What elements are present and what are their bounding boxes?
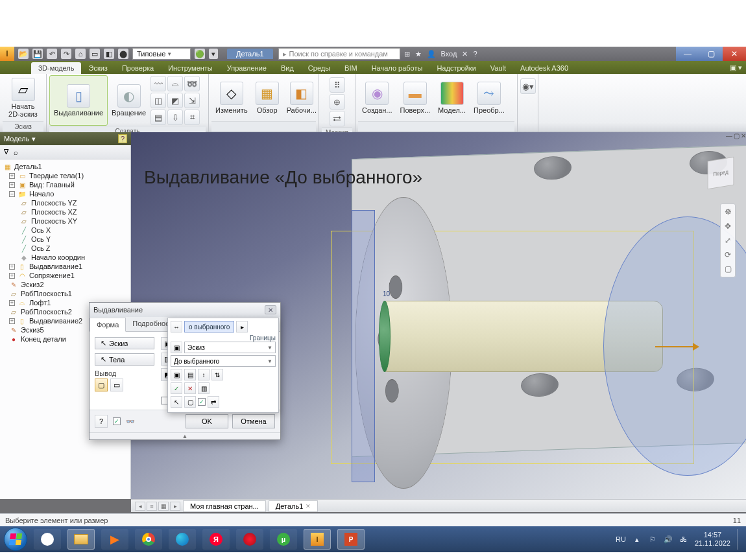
taskbar-chrome-icon[interactable] — [135, 529, 162, 550]
loft-icon[interactable]: ⌓ — [167, 76, 183, 91]
taskbar-powerpoint-icon[interactable]: P — [337, 529, 365, 550]
tree-fillet1[interactable]: +◠Сопряжение1 — [0, 271, 130, 280]
dialog-help-icon[interactable]: ? — [95, 415, 108, 428]
zoom-icon[interactable]: ⤢ — [722, 235, 734, 246]
orbit-icon[interactable]: ⟳ — [722, 249, 734, 261]
redo-icon[interactable]: ↷ — [61, 49, 71, 59]
surface-button[interactable]: ▬Поверх... — [396, 75, 435, 121]
help-icon[interactable]: ? — [473, 50, 477, 58]
hud-sketch-dropdown[interactable]: Эскиз▼ — [184, 342, 276, 353]
glasses-icon[interactable]: 👓 — [126, 417, 135, 426]
close-tab-icon[interactable]: ✕ — [306, 503, 311, 509]
tree-origin-point[interactable]: ◆Начало координ — [0, 253, 130, 262]
lookat-icon[interactable]: ▢ — [722, 263, 734, 275]
tree-axis-x[interactable]: ╱Ось X — [0, 226, 130, 235]
output-solid-icon[interactable]: ▢ — [95, 379, 108, 391]
derive-icon[interactable]: ⇲ — [184, 93, 200, 108]
doc-tab-part[interactable]: Деталь1✕ — [269, 500, 319, 512]
preview-checkbox[interactable]: ✓ — [113, 417, 121, 425]
tree-root[interactable]: ▦Деталь1 — [0, 162, 130, 171]
dialog-expand-handle[interactable]: ▲ — [90, 432, 280, 439]
tab-next-icon[interactable]: ▸ — [170, 502, 180, 511]
color-icon[interactable]: 🟢 — [195, 49, 205, 59]
taskbar-inventor-icon[interactable]: I — [304, 529, 331, 550]
hud-dir4-icon[interactable]: ⇅ — [211, 369, 223, 380]
unwrap-icon[interactable]: ⌗ — [184, 110, 200, 125]
hud-dir2-icon[interactable]: ▤ — [184, 369, 196, 380]
viewport-max-icon[interactable]: ▢ — [734, 132, 740, 139]
simulation-button[interactable]: Модел... — [434, 75, 470, 121]
dialog-titlebar[interactable]: Выдавливание ✕ — [90, 303, 280, 317]
hud-select-icon[interactable]: ▢ — [184, 396, 196, 408]
taskbar-yandex-icon[interactable] — [34, 529, 61, 550]
signin-link[interactable]: Вход — [441, 50, 457, 58]
output-surface-icon[interactable]: ▭ — [110, 379, 123, 391]
decal-icon[interactable]: ▤ — [150, 110, 166, 125]
tab-grid-icon[interactable]: ▦ — [158, 502, 169, 511]
tab-bim[interactable]: BIM — [337, 62, 365, 74]
rib-icon[interactable]: ◫ — [150, 93, 166, 108]
save-icon[interactable]: 💾 — [32, 49, 43, 59]
start-2d-sketch-button[interactable]: ▱ Начать 2D-эскиз — [3, 75, 43, 121]
import-icon[interactable]: ⇩ — [167, 110, 183, 125]
taskbar-yandex-red-icon[interactable]: Я — [202, 529, 230, 550]
tab-addins[interactable]: Надстройки — [429, 62, 483, 74]
qat-dropdown[interactable]: ▾ — [209, 49, 218, 59]
coil-icon[interactable]: ➿ — [184, 76, 200, 91]
dialog-close-icon[interactable]: ✕ — [265, 305, 276, 314]
tree-axis-y[interactable]: ╱Ось Y — [0, 235, 130, 244]
doc-title-tab[interactable]: Деталь1 — [227, 49, 273, 59]
pick-bodies-button[interactable]: ↖Тела — [95, 353, 154, 366]
tray-clock[interactable]: 14:57 21.11.2022 — [695, 531, 730, 548]
visual-style-combo[interactable]: Типовые▼ — [132, 48, 191, 60]
undo-icon[interactable]: ↶ — [47, 49, 57, 59]
tab-sketch[interactable]: Эскиз — [81, 62, 114, 74]
cancel-button[interactable]: Отмена — [232, 414, 275, 428]
tab-environments[interactable]: Среды — [301, 62, 337, 74]
hud-dir1-icon[interactable]: ▣ — [171, 369, 182, 380]
dialog-tab-form[interactable]: Форма — [90, 318, 126, 332]
show-desktop-button[interactable] — [737, 529, 742, 550]
emboss-icon[interactable]: ◩ — [167, 93, 183, 108]
hud-flip-icon[interactable]: ⇄ — [208, 396, 219, 408]
hud-cursor-icon[interactable]: ↖ — [171, 396, 182, 408]
ribbon-dropdown[interactable]: ▣ ▾ — [726, 62, 746, 74]
hud-profile-icon[interactable]: ▣ — [171, 342, 182, 353]
hud-extent-dropdown[interactable]: До выбранного▼ — [171, 355, 276, 367]
start-button[interactable] — [4, 528, 27, 551]
close-button[interactable]: ✕ — [723, 47, 746, 61]
taskbar-media-icon[interactable]: ▶ — [101, 529, 128, 550]
exchange-icon[interactable]: ✕ — [462, 50, 468, 58]
hud-checkbox[interactable]: ✓ — [198, 398, 206, 406]
tree-extrude1[interactable]: +▯Выдавливание1 — [0, 262, 130, 271]
tab-3d-model[interactable]: 3D-модель — [31, 62, 81, 74]
viewcube[interactable]: Перед — [708, 157, 734, 189]
user-icon[interactable]: 👤 — [427, 50, 436, 58]
filter-icon[interactable]: ∇ — [4, 148, 8, 156]
tree-axis-z[interactable]: ╱Ось Z — [0, 244, 130, 253]
infocenter-icon[interactable]: ⊞ — [404, 50, 410, 58]
doc-tab-home[interactable]: Моя главная стран... — [183, 500, 266, 512]
freeform-create-button[interactable]: ◉Создан... — [358, 75, 396, 121]
dimension-label[interactable]: 10 — [383, 290, 390, 298]
appearance-icon[interactable]: ⬤ — [118, 49, 128, 59]
hud-dir3-icon[interactable]: ↕ — [198, 369, 210, 380]
work-feature-button[interactable]: ◧Рабочи... — [283, 75, 320, 121]
minimize-button[interactable]: — — [676, 47, 699, 61]
hud-toggle-icon[interactable]: ↔ — [171, 321, 182, 332]
search-tree-icon[interactable]: ⌕ — [14, 148, 18, 156]
hud-more-icon[interactable]: ▥ — [198, 382, 210, 394]
tab-manage[interactable]: Управление — [220, 62, 274, 74]
tab-prev-icon[interactable]: ◂ — [135, 502, 145, 511]
tree-solid-bodies[interactable]: +▭Твердые тела(1) — [0, 171, 130, 180]
viewport-min-icon[interactable]: — — [726, 132, 732, 139]
tab-view[interactable]: Вид — [274, 62, 301, 74]
help-search-input[interactable]: ▸Поиск по справке и командам — [278, 48, 400, 60]
tray-network-icon[interactable]: 🖧 — [679, 535, 688, 544]
extrude-button[interactable]: ▯ Выдавливание — [49, 75, 108, 126]
hud-target-chip[interactable]: о выбранного — [184, 321, 234, 332]
tree-plane-xz[interactable]: ▱Плоскость XZ — [0, 207, 130, 216]
taskbar-opera-icon[interactable] — [236, 529, 263, 550]
select-icon[interactable]: ▭ — [90, 49, 100, 59]
tab-vault[interactable]: Vault — [483, 62, 513, 74]
